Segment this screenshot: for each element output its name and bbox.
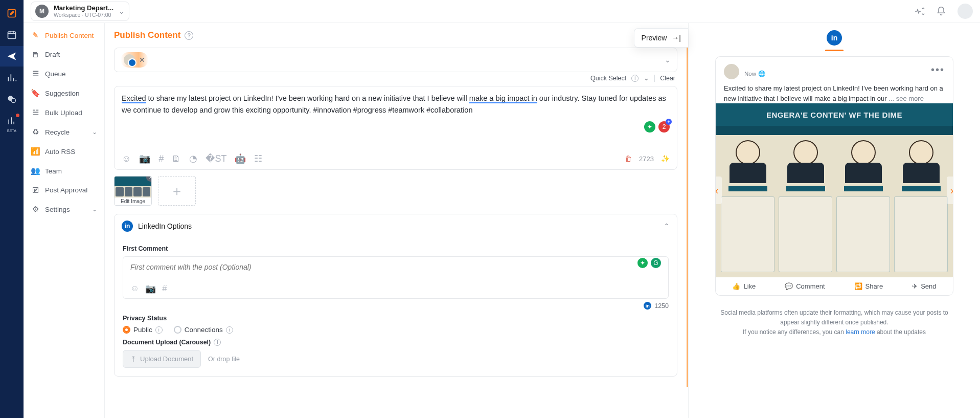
- send-button[interactable]: ✈Send: [912, 282, 936, 290]
- icon-rail: BETA: [0, 0, 24, 418]
- sidebar-item-label: Recycle: [45, 128, 70, 136]
- sidebar-item-draft[interactable]: 🗎 Draft: [24, 45, 104, 64]
- workspace-subtitle: Workspace · UTC-07:00: [54, 12, 113, 18]
- chevron-down-icon: ⌄: [92, 128, 97, 136]
- camera-icon[interactable]: 📷: [139, 153, 150, 164]
- clear-button[interactable]: Clear: [660, 75, 675, 82]
- hashtag-icon[interactable]: #: [162, 283, 167, 294]
- upload-document-button[interactable]: ⭱ Upload Document: [123, 350, 201, 368]
- rail-compose-icon[interactable]: [0, 3, 24, 24]
- post-composer: Excited to share my latest project on Li…: [114, 86, 677, 170]
- grammar-badge[interactable]: ✦: [644, 121, 655, 133]
- robot-icon[interactable]: 🤖: [235, 153, 246, 164]
- layers-icon: ☱: [31, 108, 40, 117]
- share-button[interactable]: 🔁Share: [854, 282, 883, 290]
- sidebar-item-bulk[interactable]: ☱ Bulk Upload: [24, 103, 104, 122]
- rail-calendar-icon[interactable]: [0, 25, 24, 45]
- sidebar-item-suggestion[interactable]: 🔖 Suggestion: [24, 83, 104, 103]
- workspace-name: Marketing Depart...: [54, 5, 113, 12]
- preview-tab-linkedin[interactable]: in: [827, 30, 842, 46]
- post-preview-card: Now 🌐 ••• Excited to share my latest pro…: [715, 56, 953, 296]
- clock-icon[interactable]: ◔: [189, 153, 197, 164]
- info-icon[interactable]: i: [155, 326, 163, 334]
- grid-icon[interactable]: ☷: [254, 153, 262, 164]
- page-title: Publish Content ?: [114, 30, 193, 40]
- quick-select-button[interactable]: Quick Select: [590, 75, 626, 82]
- preview-toggle[interactable]: Preview →|: [634, 28, 688, 48]
- document-icon: 🗎: [31, 50, 40, 59]
- edit-image-label[interactable]: Edit Image: [115, 197, 151, 205]
- emoji-icon[interactable]: ☺: [130, 283, 139, 294]
- remove-account-icon[interactable]: ✕: [139, 56, 145, 64]
- post-text-input[interactable]: Excited to share my latest project on Li…: [122, 93, 670, 123]
- learn-more-link[interactable]: learn more: [846, 328, 875, 336]
- drop-file-label[interactable]: Or drop file: [208, 356, 240, 363]
- chevron-down-icon[interactable]: ⌄: [644, 74, 649, 82]
- comment-icon: 💬: [785, 282, 793, 290]
- first-comment-input[interactable]: [130, 263, 661, 271]
- chevron-up-icon: ⌃: [664, 222, 670, 230]
- document-icon[interactable]: 🗎: [172, 153, 181, 164]
- sidebar-item-rss[interactable]: 📶 Auto RSS: [24, 142, 104, 161]
- magic-icon[interactable]: ✨: [661, 155, 670, 163]
- sidebar-item-queue[interactable]: ☰ Queue: [24, 64, 104, 83]
- comment-button[interactable]: 💬Comment: [785, 282, 825, 290]
- user-avatar[interactable]: [958, 4, 973, 19]
- sidebar-item-team[interactable]: 👥 Team: [24, 161, 104, 181]
- add-attachment-button[interactable]: ＋: [158, 176, 196, 206]
- thumbs-up-icon: 👍: [732, 282, 740, 290]
- see-more-link[interactable]: ... see more: [888, 95, 924, 102]
- list-icon: ☰: [31, 69, 40, 78]
- like-button[interactable]: 👍Like: [732, 282, 756, 290]
- feedback-icon[interactable]: [913, 4, 927, 18]
- grammar-badge[interactable]: ✦: [637, 258, 648, 268]
- privacy-public-radio[interactable]: Publici: [123, 326, 163, 334]
- preview-body: Excited to share my latest project on Li…: [716, 83, 953, 103]
- help-icon[interactable]: ?: [185, 31, 193, 40]
- rail-chat-icon[interactable]: [0, 89, 24, 109]
- bookmark-icon: 🔖: [31, 89, 40, 98]
- sidebar-item-label: Auto RSS: [45, 148, 75, 156]
- chevron-down-icon[interactable]: ⌄: [665, 56, 671, 64]
- carousel-next-button[interactable]: ›: [947, 177, 953, 204]
- privacy-connections-radio[interactable]: Connectionsi: [174, 326, 233, 334]
- svg-point-3: [11, 98, 15, 102]
- bell-icon[interactable]: [934, 4, 948, 18]
- carousel-prev-button[interactable]: ‹: [715, 177, 722, 204]
- char-counter: 2723: [639, 155, 654, 163]
- info-icon[interactable]: i: [631, 75, 639, 82]
- grammarly-badge[interactable]: G: [651, 258, 661, 268]
- info-icon[interactable]: i: [214, 339, 221, 346]
- attachment-thumb[interactable]: ✕ Edit Image: [114, 176, 152, 206]
- rail-analytics-icon[interactable]: [0, 68, 24, 88]
- hashtag-icon[interactable]: #: [158, 153, 164, 164]
- emoji-icon[interactable]: ☺: [122, 153, 131, 164]
- account-avatar: [124, 54, 135, 65]
- linkedin-options-toggle[interactable]: in LinkedIn Options ⌃: [115, 214, 677, 238]
- selected-account-chip[interactable]: ✕: [121, 52, 148, 68]
- arrow-right-icon: →|: [672, 34, 681, 42]
- chevron-down-icon: ⌄: [119, 7, 125, 15]
- send-icon: ✈: [912, 282, 918, 290]
- trash-icon[interactable]: 🗑: [625, 155, 632, 163]
- workspace-switcher[interactable]: M Marketing Depart... Workspace · UTC-07…: [31, 2, 129, 21]
- sidebar-item-recycle[interactable]: ♻ Recycle ⌄: [24, 122, 104, 142]
- sidebar-item-publish[interactable]: ✎ Publish Content: [24, 26, 104, 45]
- sidebar-item-label: Bulk Upload: [45, 109, 82, 117]
- preview-panel: in Now 🌐 ••• Excited to share my latest …: [689, 23, 980, 418]
- first-comment-label: First Comment: [123, 245, 669, 252]
- recycle-icon: ♻: [31, 127, 40, 137]
- plug-icon[interactable]: �ST: [206, 153, 226, 164]
- preview-avatar: [724, 64, 739, 79]
- sidebar-item-approval[interactable]: 🗹 Post Approval: [24, 181, 104, 200]
- sidebar-item-settings[interactable]: ⚙ Settings ⌄: [24, 200, 104, 219]
- camera-icon[interactable]: 📷: [145, 283, 156, 294]
- info-icon[interactable]: i: [226, 326, 233, 334]
- preview-image: ENGERA'E CONTEN' WF THE DIME ‹ ›: [716, 103, 953, 277]
- rail-send-icon[interactable]: [0, 46, 24, 67]
- linkedin-icon: in: [644, 302, 651, 310]
- linkedin-icon: in: [122, 221, 133, 232]
- rail-reports-icon[interactable]: [0, 111, 24, 131]
- ai-badge[interactable]: 2: [658, 121, 670, 133]
- post-menu-icon[interactable]: •••: [931, 64, 945, 76]
